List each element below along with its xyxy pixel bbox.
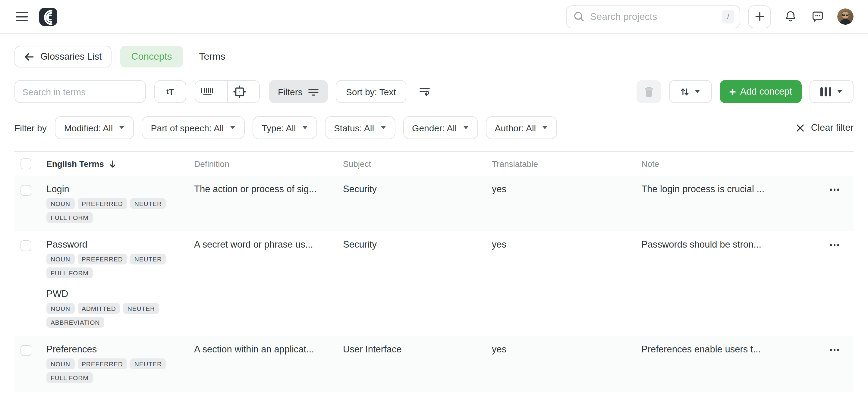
table-header: English Terms Definition Subject Transla… xyxy=(14,152,854,176)
definition-cell: The action or process of sig... xyxy=(194,184,343,223)
app-logo[interactable] xyxy=(39,7,57,26)
columns-dropdown[interactable] xyxy=(809,80,854,103)
add-concept-label: Add concept xyxy=(740,86,792,97)
tab-concepts[interactable]: Concepts xyxy=(120,46,183,67)
term-tag: ABBREVIATION xyxy=(46,317,104,328)
term-tag: FULL FORM xyxy=(46,212,93,223)
column-header-note[interactable]: Note xyxy=(641,159,814,169)
translatable-cell: yes xyxy=(492,344,641,383)
feedback-chat-icon[interactable] xyxy=(811,10,825,24)
filter-chip[interactable]: Status: All xyxy=(325,116,395,139)
note-cell: Passwords should be stron... xyxy=(641,239,814,328)
column-header-english-terms[interactable]: English Terms xyxy=(46,159,194,169)
term-tag: NEUTER xyxy=(130,254,166,264)
filter-chip-label: Gender: All xyxy=(412,123,457,133)
sort-order-dropdown[interactable] xyxy=(669,80,712,103)
table-row[interactable]: PasswordNOUNPREFERREDNEUTERFULL FORMPWDN… xyxy=(14,231,854,336)
filter-chip[interactable]: Modified: All xyxy=(55,116,134,139)
chevron-down-icon xyxy=(380,126,386,130)
sort-by-button[interactable]: Sort by: Text xyxy=(336,80,406,103)
terms-cell: PasswordNOUNPREFERREDNEUTERFULL FORMPWDN… xyxy=(46,239,194,328)
filter-chip[interactable]: Gender: All xyxy=(403,116,478,139)
hamburger-menu-icon[interactable] xyxy=(16,12,28,21)
term-tag: NOUN xyxy=(46,198,74,209)
filter-chip[interactable]: Author: All xyxy=(486,116,557,139)
filter-by-label: Filter by xyxy=(14,123,47,133)
row-checkbox[interactable] xyxy=(21,345,31,356)
terms-cell: PreferencesNOUNPREFERREDNEUTERFULL FORM xyxy=(46,344,194,383)
translatable-cell: yes xyxy=(492,239,641,328)
whole-word-button[interactable] xyxy=(227,81,259,102)
table-row[interactable]: PreferencesNOUNPREFERREDNEUTERFULL FORM … xyxy=(14,336,854,392)
row-menu-button[interactable] xyxy=(830,344,839,356)
search-projects-input[interactable]: Search projects / xyxy=(566,5,740,28)
sort-by-label: Sort by: Text xyxy=(346,87,396,97)
search-placeholder: Search projects xyxy=(590,11,722,22)
filter-lines-icon xyxy=(308,87,319,96)
row-menu-button[interactable] xyxy=(830,184,839,195)
sort-desc-icon[interactable] xyxy=(109,159,117,168)
definition-cell: A secret word or phrase us... xyxy=(194,239,343,328)
filter-chip[interactable]: Type: All xyxy=(253,116,317,139)
match-exact-button[interactable] xyxy=(195,81,227,102)
wrap-lines-button[interactable] xyxy=(416,80,434,103)
chevron-down-icon xyxy=(694,90,701,93)
term-tag: PREFERRED xyxy=(78,198,127,209)
match-case-button[interactable]: tT xyxy=(154,80,186,103)
select-all-checkbox[interactable] xyxy=(21,159,31,169)
sort-arrows-icon xyxy=(680,87,689,97)
delete-selected-button[interactable] xyxy=(636,80,661,103)
clear-filter-label: Clear filter xyxy=(811,122,854,133)
row-checkbox[interactable] xyxy=(21,240,31,251)
term-text[interactable]: Preferences xyxy=(46,344,194,355)
filter-chip-label: Type: All xyxy=(261,123,296,133)
search-in-terms-input[interactable]: Search in terms xyxy=(14,80,146,103)
column-header-definition[interactable]: Definition xyxy=(194,159,343,169)
clear-filter-button[interactable]: Clear filter xyxy=(796,122,854,133)
filter-chip[interactable]: Part of speech: All xyxy=(142,116,245,139)
term-text[interactable]: Login xyxy=(46,184,194,195)
filters-button[interactable]: Filters xyxy=(269,80,328,103)
shortcut-badge: / xyxy=(722,10,734,24)
top-bar-right: Search projects / xyxy=(566,5,854,28)
term-block: LoginNOUNPREFERREDNEUTERFULL FORM xyxy=(46,184,194,223)
term-tag: PREFERRED xyxy=(78,359,127,369)
top-bar: Search projects / xyxy=(0,0,868,34)
plus-icon: + xyxy=(729,86,736,97)
search-icon xyxy=(573,11,585,22)
tab-terms[interactable]: Terms xyxy=(199,46,225,67)
term-tag: NEUTER xyxy=(130,359,166,369)
term-tag: PREFERRED xyxy=(78,254,127,264)
term-block: PasswordNOUNPREFERREDNEUTERFULL FORM xyxy=(46,239,194,278)
chevron-down-icon xyxy=(463,126,469,130)
chevron-down-icon xyxy=(119,126,125,130)
filters-label: Filters xyxy=(278,87,303,97)
row-menu-button[interactable] xyxy=(830,240,839,250)
selection-frame-icon xyxy=(233,85,246,98)
terms-table: English Terms Definition Subject Transla… xyxy=(14,151,854,392)
chevron-down-icon xyxy=(837,90,843,93)
filter-chips: Modified: AllPart of speech: AllType: Al… xyxy=(55,116,565,139)
notifications-bell-icon[interactable] xyxy=(784,10,798,24)
trash-icon xyxy=(644,86,654,97)
subject-cell: Security xyxy=(343,239,492,328)
term-tags: NOUNPREFERREDNEUTERFULL FORM xyxy=(46,254,182,278)
term-tag: FULL FORM xyxy=(46,267,93,278)
term-tag: FULL FORM xyxy=(46,372,93,383)
back-to-glossaries-button[interactable]: Glossaries List xyxy=(14,46,111,67)
term-tags: NOUNPREFERREDNEUTERFULL FORM xyxy=(46,198,182,223)
term-text[interactable]: Password xyxy=(46,239,194,250)
column-header-translatable[interactable]: Translatable xyxy=(492,159,641,169)
table-row[interactable]: LoginNOUNPREFERREDNEUTERFULL FORM The ac… xyxy=(14,176,854,231)
columns-icon xyxy=(820,87,831,96)
add-concept-button[interactable]: + Add concept xyxy=(719,80,802,103)
term-text[interactable]: PWD xyxy=(46,289,194,299)
glossary-app: Search projects / xyxy=(0,0,868,403)
user-avatar[interactable] xyxy=(837,8,854,25)
term-block: PWDNOUNADMITTEDNEUTERABBREVIATION xyxy=(46,289,194,328)
column-header-subject[interactable]: Subject xyxy=(343,159,492,169)
new-project-button[interactable] xyxy=(748,5,771,28)
definition-cell: A section within an applicat... xyxy=(194,344,343,383)
row-checkbox[interactable] xyxy=(21,185,31,196)
subject-cell: Security xyxy=(343,184,492,223)
